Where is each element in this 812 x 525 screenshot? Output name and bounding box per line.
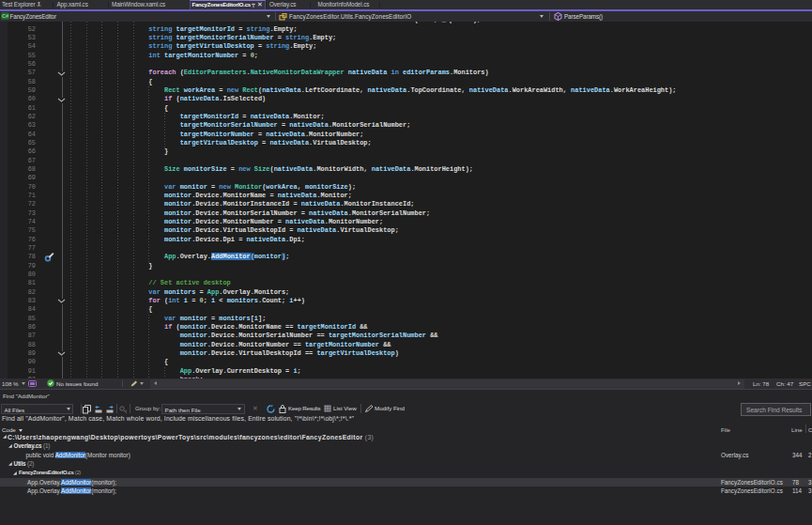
svg-text:C#: C#: [2, 14, 9, 20]
